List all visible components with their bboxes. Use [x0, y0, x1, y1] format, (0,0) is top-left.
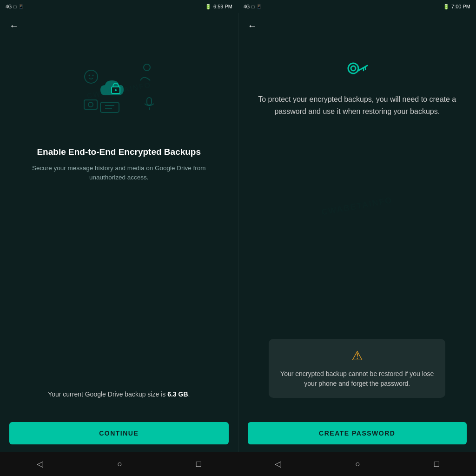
back-nav-icon-right[interactable]: ◁	[265, 455, 291, 473]
svg-point-3	[144, 64, 150, 71]
svg-point-2	[92, 75, 93, 76]
svg-point-0	[85, 70, 98, 83]
backup-size-value: 6.3 GB	[167, 390, 188, 398]
screen2-footer: CREATE PASSWORD	[238, 416, 476, 452]
screens-container: ← CWABETAINFO	[0, 13, 476, 452]
continue-button[interactable]: CONTINUE	[9, 422, 229, 444]
key-icon-container	[345, 58, 369, 82]
screen-create-password: ← CWABETAINFO To protect your encrypted …	[238, 13, 476, 452]
svg-point-7	[88, 102, 93, 107]
status-left-right: 4G □ 📱	[244, 4, 262, 9]
screen1-back-button[interactable]: ←	[9, 20, 19, 31]
nav-section-right: ◁ ○ □	[238, 455, 476, 473]
warning-text: Your encrypted backup cannot be restored…	[278, 369, 436, 389]
screen1-header: ←	[0, 13, 238, 35]
signal-icon-right: 4G	[244, 4, 250, 9]
sim-icon-right: 📱	[256, 4, 262, 9]
status-right-right: 🔋 7:00 PM	[443, 4, 470, 10]
backup-size-suffix: .	[188, 390, 190, 398]
svg-rect-6	[84, 100, 97, 109]
screen1-title: Enable End-to-End Encrypted Backups	[37, 146, 201, 158]
time-right: 7:00 PM	[451, 4, 470, 9]
wifi-icon-left: □	[13, 4, 16, 9]
status-left-left: 4G □ 📱	[6, 4, 24, 9]
recent-nav-icon-right[interactable]: □	[425, 456, 449, 473]
svg-point-14	[351, 66, 356, 71]
backup-size-prefix: Your current Google Drive backup size is	[48, 390, 167, 398]
recent-nav-icon-left[interactable]: □	[187, 456, 211, 473]
status-bar-left: 4G □ 📱 🔋 6:59 PM	[0, 0, 238, 13]
warning-box: ⚠ Your encrypted backup cannot be restor…	[269, 339, 445, 398]
svg-point-13	[348, 63, 358, 73]
screen2-content: CWABETAINFO To protect your encrypted ba…	[238, 35, 476, 416]
sim-icon-left: 📱	[18, 4, 24, 9]
screen2-header: ←	[238, 13, 476, 35]
svg-rect-4	[147, 98, 152, 105]
svg-rect-8	[100, 102, 119, 112]
back-nav-icon-left[interactable]: ◁	[27, 455, 53, 473]
key-icon	[345, 58, 369, 82]
home-nav-icon-left[interactable]: ○	[108, 456, 132, 473]
watermark-2: CWABETAINFO	[321, 196, 393, 218]
battery-icon-left: 🔋	[205, 4, 212, 10]
svg-point-1	[88, 75, 90, 76]
screen1-footer: CONTINUE	[0, 416, 238, 452]
screen2-back-button[interactable]: ←	[248, 20, 257, 31]
screen1-subtitle: Secure your message history and media on…	[14, 164, 224, 183]
screen-enable-backup: ← CWABETAINFO	[0, 13, 238, 452]
backup-size-info: Your current Google Drive backup size is…	[48, 390, 190, 398]
warning-triangle-icon: ⚠	[351, 348, 363, 364]
wifi-icon-right: □	[251, 4, 254, 9]
nav-section-left: ◁ ○ □	[0, 455, 238, 473]
screen1-illustration: CWABETAINFO	[73, 44, 165, 137]
status-bars: 4G □ 📱 🔋 6:59 PM 4G □ 📱 🔋 7:00 PM	[0, 0, 476, 13]
screen1-content: CWABETAINFO	[0, 35, 238, 416]
status-bar-right: 4G □ 📱 🔋 7:00 PM	[238, 0, 476, 13]
signal-icon-left: 4G	[6, 4, 12, 9]
protect-text: To protect your encrypted backups, you w…	[252, 93, 463, 117]
status-right-left: 🔋 6:59 PM	[205, 4, 232, 10]
create-password-button[interactable]: CREATE PASSWORD	[248, 422, 467, 444]
bottom-navigation: ◁ ○ □ ◁ ○ □	[0, 452, 476, 476]
time-left: 6:59 PM	[213, 4, 232, 9]
battery-icon-right: 🔋	[443, 4, 450, 10]
home-nav-icon-right[interactable]: ○	[346, 456, 370, 473]
